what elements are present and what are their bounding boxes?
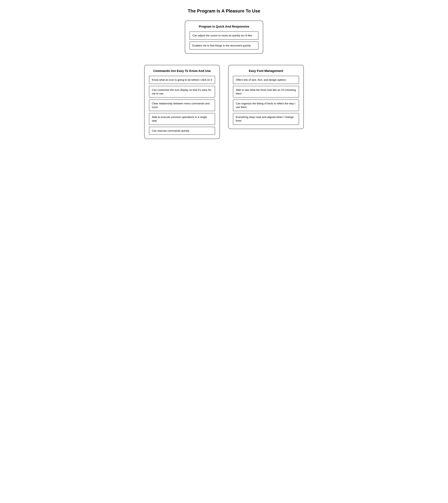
top-section: Program Is Quick And Responsive Can adju…	[6, 21, 442, 54]
list-item: Can customize the icon display so that i…	[149, 86, 215, 97]
right-card-title: Easy Font Management	[233, 69, 299, 73]
left-card-title: Commands Are Easy To Know And Use	[149, 69, 215, 73]
list-item: Can adjust the cursor to move as quickly…	[190, 32, 258, 40]
page-title: The Program Is A Pleasure To Use	[188, 8, 260, 14]
list-item: Know what an icon is going to do before …	[149, 76, 215, 84]
list-item: Clear relationship between menu commands…	[149, 99, 215, 111]
top-card: Program Is Quick And Responsive Can adju…	[185, 21, 263, 54]
list-item: Able to see what the fonts look like as …	[233, 86, 299, 97]
left-card: Commands Are Easy To Know And Use Know w…	[144, 65, 220, 139]
bottom-section: Commands Are Easy To Know And Use Know w…	[6, 65, 442, 139]
list-item: Can organize the listing of fonts to ref…	[233, 99, 299, 111]
right-card: Easy Font Management Offers lots of size…	[228, 65, 304, 129]
top-card-title: Program Is Quick And Responsive	[190, 25, 258, 28]
list-item: Everything stays neat and aligned when I…	[233, 113, 299, 125]
list-item: Enables me to find things in the documen…	[190, 42, 258, 50]
list-item: Offers lots of size, font, and design op…	[233, 76, 299, 84]
list-item: Can execute commands quickly	[149, 127, 215, 135]
list-item: Able to execute common operations in a s…	[149, 113, 215, 125]
